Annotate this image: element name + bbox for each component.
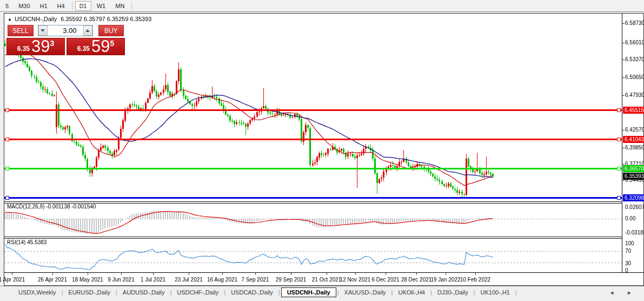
macd-panel-divider-line2 (4, 203, 643, 204)
tab-ukoil-h4[interactable]: UKOil-,H4 (394, 287, 429, 297)
price-axis-tick (622, 23, 625, 24)
date-axis-tick (88, 273, 88, 275)
volume-input[interactable] (48, 25, 83, 36)
date-axis-label: 18 May 2021 (72, 277, 103, 283)
date-axis[interactable]: 1 Apr 202126 Apr 202118 May 20219 Jun 20… (4, 272, 643, 285)
tab-dj30-daily[interactable]: DJ30-,Daily (433, 287, 473, 297)
timeframe-button-w1[interactable]: W1 (92, 1, 110, 11)
price-axis-tick (622, 95, 625, 96)
price-axis-label: 6.42570 (625, 127, 644, 133)
rsi-axis-label: 30 (625, 260, 631, 266)
price-axis-tick (622, 180, 625, 181)
tab-eurusd-daily[interactable]: EURUSD-,Daily (64, 287, 115, 297)
rsi-panel-divider-line2 (4, 238, 643, 239)
tab-scroll-arrows[interactable]: ◄ ► (609, 290, 638, 296)
date-axis-tick (327, 273, 327, 275)
date-axis-label: 26 Apr 2021 (38, 277, 67, 283)
date-axis-tick (475, 273, 476, 275)
date-axis-label: 1 Apr 2021 (0, 277, 25, 283)
tab-separator: | (430, 289, 432, 296)
triangle-down-icon (41, 29, 45, 32)
date-axis-tick (416, 273, 417, 275)
timeframe-button-d1[interactable]: D1 (75, 1, 91, 11)
status-strip (0, 299, 644, 301)
timeframe-button-h1[interactable]: H1 (36, 1, 52, 11)
price-axis-tick (622, 148, 625, 148)
collapse-triangle-icon[interactable]: ▲ (8, 17, 12, 22)
date-axis-label: 16 Aug 2021 (207, 277, 237, 283)
sell-price-box[interactable]: 6.35 39 3 (6, 38, 65, 55)
date-axis-tick (386, 273, 386, 275)
price-axis-label: 6.39850 (625, 145, 644, 150)
timeframe-toolbar: 5M30H1H4D1W1MN (0, 0, 644, 12)
tab-separator: | (474, 289, 475, 296)
price-badge: 6.36570 (623, 165, 644, 172)
date-axis-tick (255, 273, 256, 275)
macd-name: MACD(12,26,9) (7, 204, 44, 210)
macd-panel-divider[interactable] (4, 201, 643, 202)
buy-price-prefix: 6.35 (77, 45, 90, 53)
tab-separator: | (116, 289, 117, 296)
price-badge: 6.45515 (623, 107, 644, 114)
date-axis-label: 6 Dec 2021 (371, 277, 399, 283)
macd-value: -0.001138 (46, 204, 70, 210)
buy-price-main: 59 (91, 39, 110, 54)
rsi-value: 45.5383 (27, 239, 47, 245)
date-axis-label: 23 Jul 2021 (175, 277, 203, 283)
sell-price-pip: 3 (50, 39, 55, 48)
timeframe-button-h4[interactable]: H4 (53, 1, 69, 11)
chart-window: ▲USDCNH-,Daily6.35592 6.35797 6.35259 6.… (4, 13, 644, 286)
timeframe-button-5[interactable]: 5 (1, 1, 13, 11)
triangle-up-icon (85, 29, 90, 32)
sell-price-prefix: 6.35 (17, 45, 30, 53)
tab-separator: | (278, 289, 280, 296)
tab-separator: | (170, 289, 171, 296)
price-axis-label: 6.56010 (625, 40, 644, 45)
toolbar-separator (72, 2, 72, 10)
date-axis-label: 29 Sep 2021 (276, 277, 307, 283)
macd-signal-value: -0.001540 (71, 204, 96, 210)
date-axis-label: 19 Jan 2022 (430, 277, 460, 283)
rsi-panel-divider[interactable] (4, 237, 643, 237)
price-badge: 6.35393 (623, 173, 644, 180)
tab-usdx-weekly[interactable]: USDX,Weekly (14, 287, 60, 297)
macd-axis-label: -0.03187 (625, 230, 644, 235)
tab-separator: | (224, 289, 225, 296)
tab-audusd-daily[interactable]: AUDUSD-,Daily (118, 287, 169, 297)
date-axis-label: 21 Oct 2021 (312, 277, 341, 283)
timeframe-button-m30[interactable]: M30 (14, 1, 34, 11)
volume-increase-button[interactable] (83, 25, 92, 36)
date-axis-tick (153, 273, 154, 275)
macd-axis-label: 0.02607 (625, 204, 644, 210)
sell-button[interactable]: SELL (8, 25, 34, 36)
volume-spinner (38, 25, 93, 36)
tab-usdcnh-daily[interactable]: USDCNH-,Daily (281, 287, 336, 297)
rsi-axis-label: 100 (625, 240, 634, 246)
date-axis-tick (355, 273, 356, 275)
volume-decrease-button[interactable] (38, 25, 48, 36)
buy-price-box[interactable]: 6.35 59 5 (67, 38, 125, 55)
rsi-name: RSI(14) (7, 239, 25, 245)
price-axis-label: 6.47930 (625, 92, 644, 98)
date-axis-tick (446, 273, 446, 275)
tab-usdcad-daily[interactable]: USDCAD-,Daily (227, 287, 277, 297)
price-axis-tick (622, 130, 625, 130)
chart-tab-bar: USDX,Weekly|EURUSD-,Daily|AUDUSD-,Daily|… (0, 286, 644, 298)
timeframe-button-mn[interactable]: MN (111, 1, 129, 11)
buy-button[interactable]: BUY (98, 25, 124, 36)
tab-xauusd-daily[interactable]: XAUUSD-,Daily (340, 287, 390, 297)
price-axis-label: 6.53370 (625, 56, 644, 62)
date-axis-tick (189, 273, 189, 275)
tab-uk100-h1[interactable]: UK100-,H1 (476, 287, 514, 297)
chart-title: ▲USDCNH-,Daily6.35592 6.35797 6.35259 6.… (8, 16, 151, 22)
macd-indicator-label: MACD(12,26,9) -0.001138 -0.001540 (7, 204, 96, 210)
price-axis[interactable]: 6.587306.560106.533706.506506.479306.425… (622, 14, 643, 272)
date-axis-label: 12 Nov 2021 (340, 277, 371, 283)
sell-price-main: 39 (31, 39, 50, 54)
tab-separator: | (515, 289, 517, 296)
tab-usdchf-daily[interactable]: USDCHF-,Daily (172, 287, 223, 297)
one-click-trade-panel: SELL BUY 6.35 39 3 6.35 59 5 (6, 24, 125, 55)
price-axis-tick (622, 77, 625, 78)
macd-axis-label: 0.00 (625, 215, 635, 221)
date-axis-label: 1 Jul 2021 (141, 277, 165, 283)
